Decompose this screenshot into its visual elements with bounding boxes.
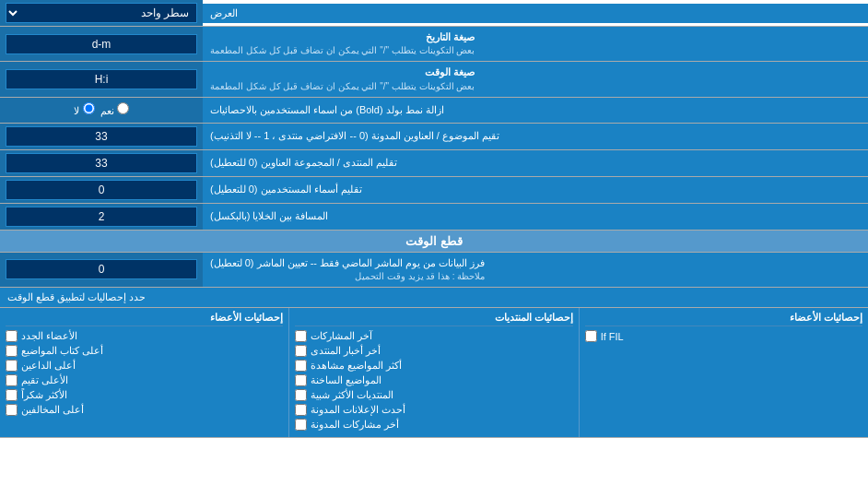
date-format-input-cell	[0, 27, 203, 61]
checkbox-col-1: إحصائيات الأعضاء الأعضاء الجدد أعلى كتاب…	[0, 308, 288, 437]
topic-order-input[interactable]	[6, 126, 197, 147]
cutoff-main-label: فرز البيانات من يوم الماشر الماضي فقط --…	[203, 253, 868, 287]
check-col2-1: أخر أخبار المنتدى	[295, 345, 572, 357]
cell-spacing-input-cell	[0, 204, 203, 230]
check-col1-0: الأعضاء الجدد	[6, 330, 283, 342]
radio-no[interactable]	[83, 102, 95, 114]
cell-spacing-label: المسافة بين الخلايا (بالبكسل)	[203, 204, 868, 230]
col2-header: إحصائيات المنتديات	[295, 312, 572, 326]
check-col2-5: أحدث الإعلانات المدونة	[295, 404, 572, 416]
checkbox-col1-4[interactable]	[6, 389, 18, 401]
checkbox-col2-3[interactable]	[295, 374, 307, 386]
checkbox-col-2: إحصائيات المنتديات آخر المشاركات أخر أخب…	[288, 308, 578, 437]
checkbox-col2-6[interactable]	[295, 419, 307, 431]
checkbox-col1-1[interactable]	[6, 345, 18, 357]
checkbox-col2-0[interactable]	[295, 330, 307, 342]
col3-header: إحصائيات الأعضاء	[585, 312, 862, 326]
cell-spacing-row: المسافة بين الخلايا (بالبكسل)	[0, 204, 868, 231]
checkbox-col2-4[interactable]	[295, 389, 307, 401]
forum-order-label: تقليم المنتدى / المجموعة العناوين (0 للت…	[203, 150, 868, 176]
checkbox-col2-5[interactable]	[295, 404, 307, 416]
check-col2-3: المواضيع الساخنة	[295, 374, 572, 386]
cutoff-input-cell	[0, 253, 203, 287]
checkbox-col2-2[interactable]	[295, 360, 307, 372]
topic-order-input-cell	[0, 124, 203, 149]
display-label: العرض	[203, 4, 868, 23]
forum-order-input-cell	[0, 150, 203, 176]
time-format-label: صيغة الوقت بعض التكوينات يتطلب "/" التي …	[203, 62, 868, 96]
time-format-input[interactable]	[6, 69, 197, 89]
date-format-label: صيغة التاريخ بعض التكوينات يتطلب "/" الت…	[203, 27, 868, 61]
time-format-row: صيغة الوقت بعض التكوينات يتطلب "/" التي …	[0, 62, 868, 97]
cutoff-input[interactable]	[6, 259, 197, 279]
check-col2-4: المنتديات الأكثر شبية	[295, 389, 572, 401]
check-col1-1: أعلى كتاب المواضيع	[6, 345, 283, 357]
bold-remove-label: ازالة نمط بولد (Bold) من اسماء المستخدمي…	[203, 98, 868, 123]
display-row: العرض سطر واحدسطرينثلاثة أسطر	[0, 0, 868, 27]
check-col1-2: أعلى الداعين	[6, 360, 283, 372]
radio-yes-label: نعم	[100, 102, 129, 117]
bold-remove-row: ازالة نمط بولد (Bold) من اسماء المستخدمي…	[0, 98, 868, 124]
username-trim-input[interactable]	[6, 180, 197, 200]
radio-yes[interactable]	[117, 102, 129, 114]
checkbox-col2-1[interactable]	[295, 345, 307, 357]
time-format-input-cell	[0, 62, 203, 96]
checkbox-col1-0[interactable]	[6, 330, 18, 342]
date-format-input[interactable]	[6, 34, 197, 54]
forum-order-row: تقليم المنتدى / المجموعة العناوين (0 للت…	[0, 150, 868, 177]
cutoff-section-title: قطع الوقت	[0, 231, 868, 253]
forum-order-input[interactable]	[6, 153, 197, 173]
check-col1-3: الأعلى تقيم	[6, 374, 283, 386]
checkbox-col-3: إحصائيات الأعضاء If FIL	[579, 308, 868, 437]
checkbox-col1-2[interactable]	[6, 360, 18, 372]
checkboxes-section: إحصائيات الأعضاء If FIL إحصائيات المنتدي…	[0, 308, 868, 438]
limit-row: حدد إحصاليات لتطبيق قطع الوقت	[0, 288, 868, 308]
bold-remove-input-cell: نعم لا	[0, 98, 203, 123]
username-trim-row: تقليم أسماء المستخدمين (0 للتعطيل)	[0, 177, 868, 204]
cutoff-main-row: فرز البيانات من يوم الماشر الماضي فقط --…	[0, 253, 868, 288]
display-input-cell: سطر واحدسطرينثلاثة أسطر	[0, 0, 203, 26]
display-select[interactable]: سطر واحدسطرينثلاثة أسطر	[6, 3, 197, 23]
check-col1-5: أعلى المخالفين	[6, 404, 283, 416]
checkbox-col1-5[interactable]	[6, 404, 18, 416]
check-if-fil: If FIL	[585, 330, 862, 342]
check-col2-6: أخر مشاركات المدونة	[295, 419, 572, 431]
check-col2-2: أكثر المواضيع مشاهدة	[295, 360, 572, 372]
topic-order-label: تقيم الموضوع / العناوين المدونة (0 -- ال…	[203, 124, 868, 149]
col1-header: إحصائيات الأعضاء	[6, 312, 283, 326]
date-format-row: صيغة التاريخ بعض التكوينات يتطلب "/" الت…	[0, 27, 868, 62]
cell-spacing-input[interactable]	[6, 207, 197, 227]
check-col2-0: آخر المشاركات	[295, 330, 572, 342]
checkbox-col1-3[interactable]	[6, 374, 18, 386]
radio-no-label: لا	[74, 102, 94, 117]
checkbox-if-fil[interactable]	[585, 330, 597, 342]
username-trim-input-cell	[0, 177, 203, 203]
username-trim-label: تقليم أسماء المستخدمين (0 للتعطيل)	[203, 177, 868, 203]
check-col1-4: الأكثر شكراً	[6, 389, 283, 401]
topic-order-row: تقيم الموضوع / العناوين المدونة (0 -- ال…	[0, 124, 868, 150]
